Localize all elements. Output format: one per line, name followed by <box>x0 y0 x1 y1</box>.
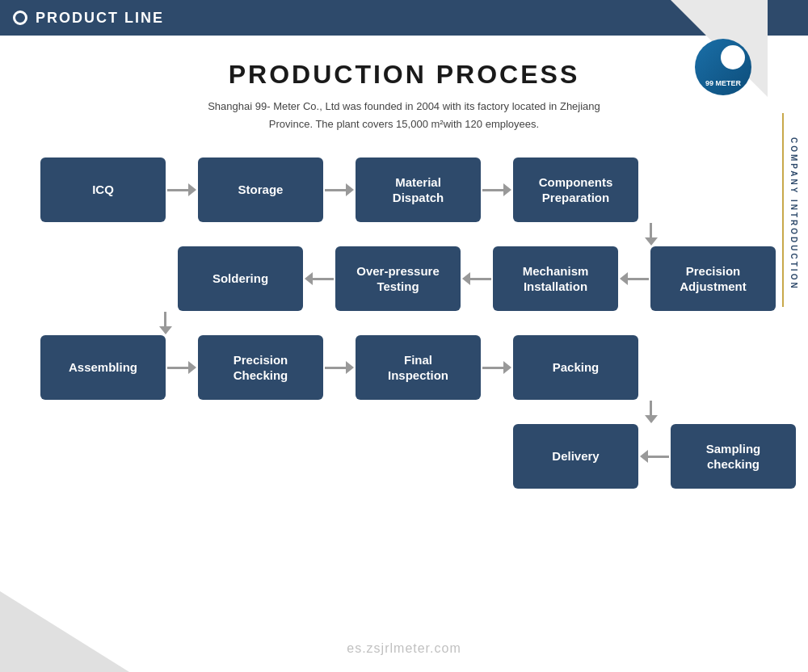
arrow-storage-dispatch <box>323 182 356 198</box>
flow-box-material-dispatch: Material Dispatch <box>356 158 481 222</box>
flow-box-precision-adj: Precision Adjustment <box>650 246 776 311</box>
flow-row-4: Delivery Sampling checking <box>40 424 776 489</box>
arrow-icq-storage <box>166 182 198 198</box>
flow-box-components-prep: Components Preparation <box>513 158 638 222</box>
flow-box-precision-checking: Precision Checking <box>198 335 323 400</box>
arrow-final-packing <box>481 359 513 376</box>
main-content: PRODUCTION PROCESS Shanghai 99- Meter Co… <box>0 36 808 505</box>
flow-diagram: ICQ Storage Material Dispatch Components… <box>32 158 776 489</box>
flow-box-assembling: Assembling <box>40 335 166 400</box>
arrow-precadj-mechanism <box>618 271 650 287</box>
flow-box-mechanism: Mechanism Installation <box>493 246 618 311</box>
bottom-left-decoration <box>0 591 129 672</box>
arrow-v-down-soldering <box>103 311 228 335</box>
arrow-assembling-precision <box>166 359 198 376</box>
arrow-v-packing-down <box>40 400 776 424</box>
flow-box-icq: ICQ <box>40 158 166 222</box>
page-subtitle: Shanghai 99- Meter Co., Ltd was founded … <box>32 98 776 133</box>
arrow-v-down-components <box>588 222 713 246</box>
flow-row-1: ICQ Storage Material Dispatch Components… <box>40 158 776 222</box>
arrow-sampling-delivery <box>638 448 671 464</box>
flow-box-storage: Storage <box>198 158 323 222</box>
arrow-v-down-packing <box>588 400 713 424</box>
watermark-text: es.zsjrlmeter.com <box>347 641 461 656</box>
arrow-mechanism-overpressure <box>461 271 493 287</box>
arrow-v-components-down <box>40 222 776 246</box>
arrow-v-soldering-down <box>40 311 776 335</box>
header-circle-icon <box>13 10 27 25</box>
flow-box-soldering: Soldering <box>178 246 303 311</box>
arrow-precision-final <box>323 359 356 376</box>
header-title: PRODUCT LINE <box>36 10 164 27</box>
flow-box-packing: Packing <box>513 335 638 400</box>
arrow-overpressure-soldering <box>303 271 335 287</box>
flow-box-overpressure: Over-pressure Testing <box>335 246 461 311</box>
flow-box-final-inspection: Final Inspection <box>356 335 481 400</box>
flow-row-2: Precision Adjustment Mechanism Installat… <box>40 246 776 311</box>
page-title: PRODUCTION PROCESS <box>32 60 776 90</box>
flow-box-sampling: Sampling checking <box>671 424 796 489</box>
flow-row-3: Assembling Precision Checking Final Insp… <box>40 335 776 400</box>
arrow-dispatch-components <box>481 182 513 198</box>
flow-box-delivery: Delivery <box>513 424 638 489</box>
